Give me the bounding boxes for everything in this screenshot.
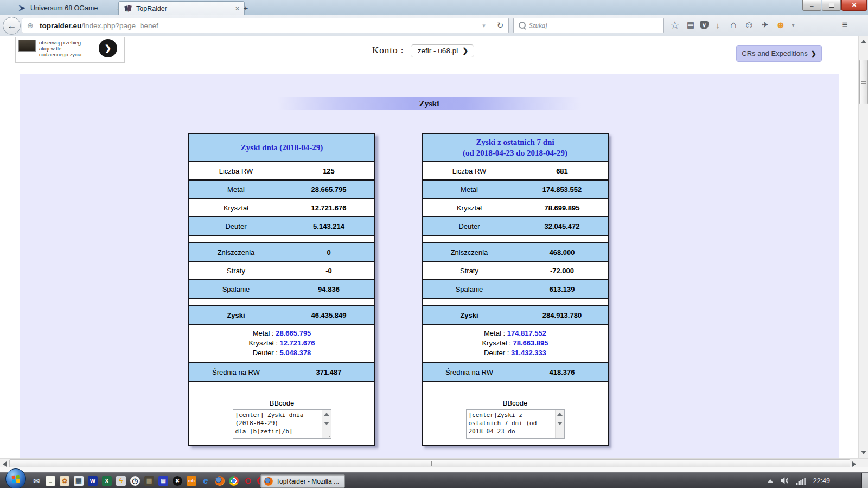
quick-launch-icon[interactable]: W xyxy=(88,476,98,486)
quick-launch-icon[interactable]: O xyxy=(243,476,253,486)
scroll-right-icon[interactable] xyxy=(852,461,856,467)
quick-launch-icon[interactable]: ✖ xyxy=(173,476,182,486)
table-title: Zyski dnia (2018-04-29) xyxy=(189,134,374,161)
row-label: Deuter xyxy=(189,217,283,235)
row-label: Kryształ xyxy=(189,199,283,216)
breakdown-value: 28.665.795 xyxy=(276,329,311,337)
toolbar-icon[interactable]: ⌂ xyxy=(727,18,740,31)
tab-topraider[interactable]: TR TopRaider × xyxy=(118,1,245,16)
quick-launch-icon[interactable]: e xyxy=(201,476,210,486)
toolbar-icon[interactable]: ▤ xyxy=(684,18,697,31)
table-row: Deuter 32.045.472 xyxy=(423,216,608,235)
table-title-line2: (od 2018-04-23 do 2018-04-29) xyxy=(423,147,608,158)
reload-icon[interactable]: ↻ xyxy=(492,19,508,32)
breakdown-line: Kryształ : 12.721.676 xyxy=(189,338,374,348)
quick-launch-icon[interactable]: ✿ xyxy=(60,476,69,486)
table-row: Liczba RW 681 xyxy=(423,161,608,179)
toolbar-icon[interactable]: ☆ xyxy=(668,18,681,31)
resource-rows: Liczba RW 125 Metal 28.665.795 Kryształ … xyxy=(189,161,374,235)
url-path: /index.php?page=benef xyxy=(81,22,158,30)
new-tab-button[interactable]: + xyxy=(239,3,253,14)
crs-expeditions-button[interactable]: CRs and Expeditions ❯ xyxy=(736,45,822,62)
vertical-scrollbar-thumb[interactable] xyxy=(859,60,868,104)
quick-launch-icon[interactable]: ✉ xyxy=(31,476,41,486)
quick-launch-icon[interactable]: ◷ xyxy=(130,476,140,486)
vertical-scrollbar[interactable] xyxy=(858,36,868,458)
loss-rows: Zniszczenia 0 Straty -0 Spalanie 94.836 xyxy=(189,242,374,298)
close-button[interactable]: ✕ xyxy=(841,0,867,11)
show-desktop-button[interactable] xyxy=(861,473,868,488)
page-content: obserwuj przebieg akcji w tle codzienneg… xyxy=(0,36,868,458)
scroll-up-icon[interactable] xyxy=(557,413,563,416)
network-signal-icon[interactable] xyxy=(796,477,806,485)
row-value: 125 xyxy=(283,162,374,179)
toolbar-icon[interactable]: ↓ xyxy=(711,18,724,31)
url-bar[interactable]: ⊕ topraider.eu /index.php?page=benef ▾ ↻ xyxy=(22,18,509,33)
toolbar-icon[interactable]: ▾ xyxy=(790,18,796,31)
row-label: Metal xyxy=(423,181,516,198)
row-value: 418.376 xyxy=(516,363,608,381)
tray-expand-icon[interactable] xyxy=(768,479,773,483)
volume-icon[interactable] xyxy=(780,477,789,485)
tab-universum[interactable]: Universum 68 OGame × xyxy=(13,1,126,15)
breakdown-label: Metal xyxy=(253,329,270,337)
row-label: Kryształ xyxy=(423,199,516,216)
profit-table-weekly: Zyski z ostatnich 7 dni (od 2018-04-23 d… xyxy=(422,133,609,446)
toolbar-icon[interactable]: ☺ xyxy=(743,18,756,31)
taskbar-clock[interactable]: 22:49 xyxy=(813,477,830,485)
toolbar-icon[interactable]: ☻ xyxy=(774,18,787,31)
table-row: Liczba RW 125 xyxy=(189,161,374,179)
url-dropdown-icon[interactable]: ▾ xyxy=(476,19,492,32)
breakdown-label: Deuter xyxy=(253,349,274,357)
bbcode-label: BBcode xyxy=(423,399,608,407)
window-bottom-strip xyxy=(0,467,868,472)
textarea-scrollbar[interactable] xyxy=(555,410,564,438)
quick-launch-icon[interactable]: mh xyxy=(187,476,196,486)
table-row: Deuter 5.143.214 xyxy=(189,216,374,235)
breakdown-line: Metal : 28.665.795 xyxy=(189,329,374,338)
chevron-right-icon: ❯ xyxy=(811,50,816,57)
restore-button[interactable] xyxy=(822,0,841,11)
horizontal-scrollbar[interactable] xyxy=(0,458,868,468)
profit-table-daily: Zyski dnia (2018-04-29) Liczba RW 125 Me… xyxy=(188,133,375,446)
scroll-up-icon[interactable] xyxy=(324,413,329,416)
quick-launch-icon[interactable] xyxy=(229,476,239,486)
scroll-up-icon[interactable] xyxy=(861,40,866,43)
row-label: Średnia na RW xyxy=(189,363,283,381)
table-row: Metal 174.853.552 xyxy=(423,179,608,198)
taskbar-window-button[interactable]: TopRaider - Mozilla ... xyxy=(260,474,345,488)
account-label: Konto : xyxy=(372,45,404,55)
toolbar-icon[interactable]: ✈ xyxy=(758,18,771,31)
taskbar: ✉ ≡ ✿ ▦ W X ϟ ◷ ▩ ▤ ✖ mh e O xyxy=(0,472,868,488)
bbcode-textarea[interactable]: [center]Zyski z ostatnich 7 dni (od 2018… xyxy=(467,410,554,436)
minimize-button[interactable]: – xyxy=(802,0,821,11)
quick-launch-icon[interactable]: ▦ xyxy=(74,476,84,486)
scroll-left-icon[interactable] xyxy=(3,461,7,467)
scroll-down-icon[interactable] xyxy=(557,422,563,425)
search-input[interactable] xyxy=(528,21,663,30)
quick-launch-icon[interactable]: X xyxy=(102,476,112,486)
account-select-button[interactable]: zefir - u68.pl ❯ xyxy=(411,44,474,57)
toolbar-icon[interactable]: ∨ xyxy=(700,21,709,29)
bbcode-label: BBcode xyxy=(189,399,374,407)
bbcode-textarea[interactable]: [center] Zyski dnia (2018-04-29) dla [b]… xyxy=(234,410,321,436)
quick-launch-icon[interactable]: ϟ xyxy=(116,476,126,486)
start-button[interactable] xyxy=(5,468,26,488)
quick-launch-icon[interactable] xyxy=(215,476,225,486)
scroll-down-icon[interactable] xyxy=(324,422,329,425)
menu-hamburger-icon[interactable]: ≡ xyxy=(834,18,855,32)
resize-grip-icon[interactable] xyxy=(329,436,330,437)
table-row: Kryształ 12.721.676 xyxy=(189,198,374,216)
search-box[interactable] xyxy=(513,18,664,33)
quick-launch-icon[interactable]: ▩ xyxy=(144,476,154,486)
horizontal-scrollbar-thumb[interactable] xyxy=(9,459,850,468)
resize-grip-icon[interactable] xyxy=(563,436,563,437)
quick-launch-icon[interactable]: ▤ xyxy=(158,476,168,486)
taskbar-window-label: TopRaider - Mozilla ... xyxy=(276,478,339,485)
table-row: Straty -72.000 xyxy=(423,261,608,279)
textarea-scrollbar[interactable] xyxy=(322,410,331,438)
row-value: 94.836 xyxy=(283,280,374,298)
back-button[interactable]: ← xyxy=(3,17,21,35)
scroll-down-icon[interactable] xyxy=(861,451,866,454)
quick-launch-icon[interactable]: ≡ xyxy=(46,476,55,486)
